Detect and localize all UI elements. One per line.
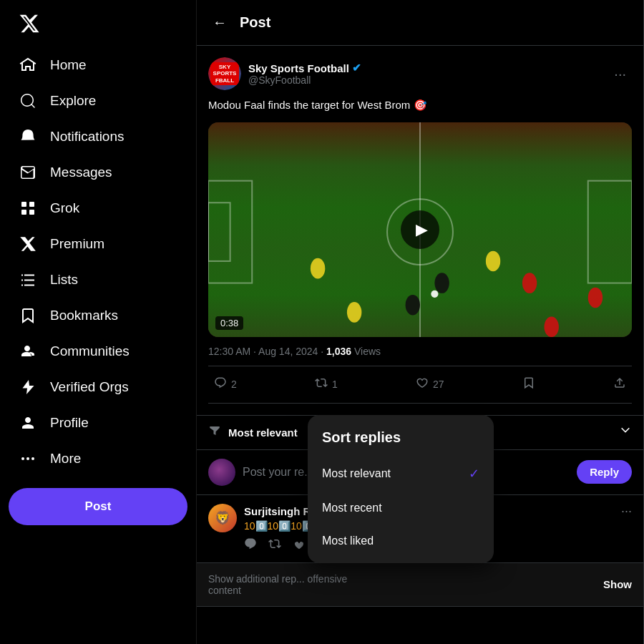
sort-bar-left: Most relevant [208, 424, 298, 441]
author-details: Sky Sports Football ✔ @SkyFootball [248, 62, 361, 86]
sidebar-item-grok[interactable]: Grok [9, 190, 187, 226]
comment-retweet-button[interactable] [268, 537, 281, 554]
sort-label: Most relevant [228, 426, 298, 439]
svg-point-18 [434, 273, 449, 293]
lightning-icon [19, 378, 37, 396]
comment-avatar-emoji: 🦁 [215, 510, 230, 526]
x-logo[interactable] [9, 6, 187, 44]
tweet-text: Modou Faal finds the target for West Bro… [208, 97, 632, 114]
more-icon [19, 449, 37, 468]
sidebar-item-messages[interactable]: Messages [9, 155, 187, 190]
check-icon: ✓ [469, 466, 479, 482]
main-content: ← Post SKYSPORTSFBALL Sky Sports Footbal… [197, 0, 644, 644]
sidebar-item-profile[interactable]: Profile [9, 405, 187, 441]
author-handle: @SkyFootball [248, 74, 361, 86]
home-icon [19, 56, 37, 74]
tweet-meta: 12:30 AM · Aug 14, 2024 · 1,036 Views [208, 346, 632, 357]
communities-icon [19, 342, 37, 361]
svg-rect-11 [588, 180, 632, 283]
lists-icon [19, 270, 37, 289]
video-container[interactable]: ▶ 0:38 [208, 122, 632, 337]
sidebar-item-label: Home [50, 57, 87, 73]
search-icon [19, 92, 37, 110]
chevron-down-icon [619, 424, 632, 440]
tweet-actions: 2 1 27 [208, 366, 632, 404]
sidebar-item-label: Grok [50, 200, 79, 216]
bell-icon [19, 127, 37, 146]
dropdown-option-most-relevant[interactable]: Most relevant ✓ [308, 456, 494, 492]
svg-rect-0 [21, 202, 26, 207]
sidebar-item-lists[interactable]: Lists [9, 262, 187, 298]
show-more-text: Show additional rep... offensive content [208, 573, 347, 596]
play-button[interactable]: ▶ [401, 210, 439, 249]
svg-rect-1 [29, 202, 34, 207]
sidebar-nav: Home Explore Notifications Messages [9, 47, 187, 477]
share-action[interactable] [608, 372, 632, 397]
author-name: Sky Sports Football ✔ [248, 62, 361, 74]
sidebar-item-label: More [50, 451, 81, 467]
comment-reply-button[interactable] [244, 537, 257, 554]
sidebar-item-communities[interactable]: Communities [9, 333, 187, 369]
sidebar-item-bookmarks[interactable]: Bookmarks [9, 298, 187, 333]
dropdown-option-most-recent[interactable]: Most recent [308, 492, 494, 525]
reply-icon [214, 376, 227, 393]
tweet-card: SKYSPORTSFBALL Sky Sports Football ✔ @Sk… [197, 46, 643, 416]
profile-icon [19, 414, 37, 432]
sidebar-item-label: Bookmarks [50, 308, 118, 323]
dropdown-option-most-liked[interactable]: Most liked [308, 525, 494, 557]
svg-rect-10 [208, 203, 230, 261]
svg-point-14 [522, 273, 537, 293]
svg-rect-2 [21, 210, 26, 215]
svg-point-5 [26, 457, 29, 460]
sort-dropdown: Sort replies Most relevant ✓ Most recent… [308, 415, 494, 563]
sidebar-item-explore[interactable]: Explore [9, 83, 187, 119]
bookmark-action-icon [522, 376, 535, 393]
svg-point-4 [21, 457, 24, 460]
sidebar-item-label: Messages [50, 165, 112, 180]
sidebar-item-more[interactable]: More [9, 441, 187, 477]
like-action[interactable]: 27 [410, 372, 450, 397]
svg-rect-3 [29, 210, 34, 215]
show-more-row: Show additional rep... offensive content… [197, 563, 643, 607]
tweet-author-info: SKYSPORTSFBALL Sky Sports Football ✔ @Sk… [208, 57, 361, 90]
show-button[interactable]: Show [603, 578, 632, 590]
svg-point-20 [431, 290, 438, 297]
retweet-action[interactable]: 1 [309, 372, 343, 397]
sidebar-item-label: Premium [50, 236, 104, 252]
svg-point-12 [347, 302, 361, 323]
comment-more-button[interactable]: ··· [621, 504, 632, 519]
tweet-author-row: SKYSPORTSFBALL Sky Sports Football ✔ @Sk… [208, 57, 632, 90]
post-header: ← Post [197, 0, 643, 46]
sidebar-item-label: Lists [50, 272, 78, 288]
video-duration: 0:38 [215, 316, 243, 330]
reply-button[interactable]: Reply [577, 460, 632, 484]
sidebar-item-label: Explore [50, 93, 96, 109]
sidebar-item-label: Notifications [50, 129, 125, 145]
svg-point-6 [31, 457, 34, 460]
avatar: SKYSPORTSFBALL [208, 57, 241, 90]
sidebar-item-notifications[interactable]: Notifications [9, 119, 187, 155]
share-icon [613, 376, 626, 393]
reply-action[interactable]: 2 [208, 372, 243, 397]
play-icon: ▶ [416, 220, 428, 239]
reply-avatar [208, 459, 235, 486]
grok-icon [19, 199, 37, 218]
mail-icon [19, 163, 37, 182]
bookmark-icon [19, 306, 37, 325]
svg-point-15 [545, 316, 559, 336]
svg-point-19 [406, 294, 420, 315]
sidebar-item-verified-orgs[interactable]: Verified Orgs [9, 369, 187, 405]
back-button[interactable]: ← [208, 10, 231, 35]
sidebar-item-premium[interactable]: Premium [9, 226, 187, 262]
video-thumbnail: ▶ [208, 122, 632, 337]
svg-point-16 [486, 250, 500, 271]
retweet-icon [315, 376, 328, 393]
post-button[interactable]: Post [9, 488, 187, 525]
bookmark-action[interactable] [517, 372, 541, 397]
sidebar-item-home[interactable]: Home [9, 47, 187, 83]
verified-badge: ✔ [352, 62, 361, 74]
svg-point-13 [311, 258, 325, 278]
sidebar-item-label: Profile [50, 415, 89, 431]
tweet-more-button[interactable]: ··· [608, 63, 632, 85]
page-title: Post [240, 14, 270, 31]
